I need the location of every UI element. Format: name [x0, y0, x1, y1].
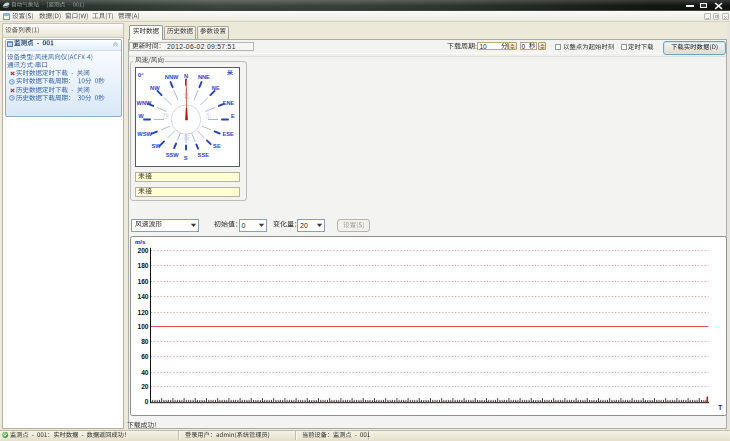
svg-text:NNW: NNW	[165, 74, 179, 80]
svg-text:100: 100	[137, 323, 148, 330]
svg-text:WNW: WNW	[137, 99, 152, 105]
svg-text:0: 0	[144, 398, 148, 405]
svg-text:W: W	[138, 113, 144, 119]
svg-text:60: 60	[141, 353, 149, 360]
svg-text:180: 180	[137, 262, 148, 269]
svg-text:T: T	[718, 404, 723, 411]
svg-text:SW: SW	[151, 143, 161, 149]
svg-text:ENE: ENE	[223, 99, 235, 105]
svg-text:ESE: ESE	[223, 130, 235, 136]
svg-text:20: 20	[141, 383, 149, 390]
svg-text:NE: NE	[212, 85, 220, 91]
svg-text:200: 200	[137, 247, 148, 254]
svg-text:140: 140	[137, 293, 148, 300]
svg-text:120: 120	[137, 309, 148, 316]
svg-text:SSW: SSW	[166, 152, 180, 158]
svg-text:160: 160	[137, 278, 148, 285]
svg-text:NW: NW	[150, 85, 160, 91]
svg-text:SSE: SSE	[198, 152, 210, 158]
svg-text:E: E	[231, 113, 235, 119]
svg-text:80: 80	[141, 338, 149, 345]
svg-text:m/s: m/s	[135, 239, 146, 245]
svg-text:SE: SE	[213, 143, 221, 149]
svg-text:0°: 0°	[138, 70, 144, 77]
svg-text:WSW: WSW	[137, 130, 152, 136]
svg-text:N: N	[184, 73, 188, 79]
svg-text:S: S	[184, 154, 188, 160]
svg-text:NNE: NNE	[198, 74, 210, 80]
svg-text:40: 40	[141, 369, 149, 376]
